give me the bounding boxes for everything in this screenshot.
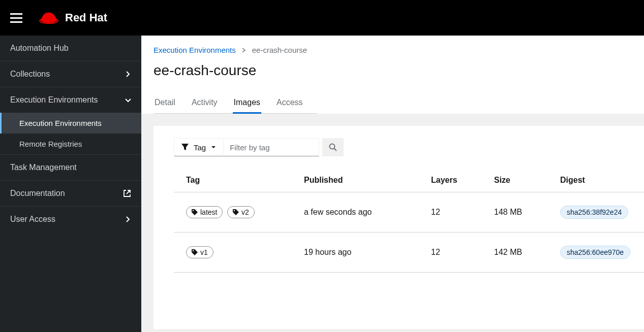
- breadcrumb-current: ee-crash-course: [252, 46, 307, 54]
- images-panel: Tag: [154, 126, 644, 329]
- cell-layers: 12: [421, 192, 484, 233]
- tab-images[interactable]: Images: [233, 93, 261, 114]
- main-content: Execution Environments ee-crash-course e…: [141, 36, 644, 332]
- topbar: Red Hat: [0, 0, 644, 36]
- tag-pill[interactable]: v2: [227, 206, 255, 218]
- page-title: ee-crash-course: [154, 62, 632, 79]
- search-icon: [329, 143, 337, 151]
- digest-pill[interactable]: sha256:60ee970e: [560, 246, 630, 259]
- digest-pill[interactable]: sha256:38f92e24: [560, 206, 628, 219]
- chevron-right-icon: [242, 48, 246, 53]
- tag-icon: [233, 209, 239, 215]
- column-header-published: Published: [294, 169, 421, 192]
- filter-toolbar: Tag: [174, 138, 644, 156]
- sidebar-item-collections[interactable]: Collections: [0, 61, 141, 87]
- sidebar-item-user-access[interactable]: User Access: [0, 206, 141, 232]
- chevron-down-icon: [125, 97, 131, 103]
- breadcrumb-parent-link[interactable]: Execution Environments: [154, 46, 236, 54]
- sidebar-title: Automation Hub: [0, 36, 141, 61]
- cell-digest: sha256:60ee970e: [550, 233, 644, 273]
- cell-layers: 12: [421, 233, 484, 273]
- chevron-right-icon: [125, 71, 131, 77]
- sidebar-item-label: Execution Environments: [10, 95, 98, 105]
- svg-point-6: [193, 250, 194, 251]
- brand-logo: Red Hat: [38, 10, 107, 26]
- column-header-size: Size: [484, 169, 550, 192]
- tab-access[interactable]: Access: [275, 93, 304, 114]
- external-link-icon: [123, 189, 131, 197]
- search-button[interactable]: [322, 138, 344, 156]
- cell-tags: latest v2: [174, 192, 294, 233]
- tag-label: v1: [200, 248, 208, 256]
- sidebar-subitem-label: Execution Environments: [19, 119, 102, 127]
- column-header-tag: Tag: [174, 169, 294, 192]
- caret-down-icon: [211, 145, 216, 150]
- svg-point-5: [234, 210, 235, 211]
- filter-icon: [181, 144, 189, 151]
- sidebar-subitem-label: Remote Registries: [19, 140, 82, 148]
- column-header-layers: Layers: [421, 169, 484, 192]
- tag-label: latest: [200, 208, 217, 216]
- redhat-icon: [38, 10, 60, 26]
- sidebar-item-label: Documentation: [10, 189, 65, 198]
- cell-published: 19 hours ago: [294, 233, 421, 273]
- cell-published: a few seconds ago: [294, 192, 421, 233]
- tag-icon: [192, 209, 198, 215]
- page-header: Execution Environments ee-crash-course e…: [141, 36, 644, 114]
- breadcrumb: Execution Environments ee-crash-course: [154, 46, 632, 54]
- sidebar-item-label: Collections: [10, 70, 50, 79]
- dropdown-label: Tag: [194, 143, 206, 152]
- sidebar-item-task-management[interactable]: Task Management: [0, 154, 141, 180]
- sidebar: Automation Hub Collections Execution Env…: [0, 36, 141, 332]
- tab-activity[interactable]: Activity: [191, 93, 219, 114]
- sidebar-subitem-execution-environments[interactable]: Execution Environments: [0, 113, 141, 134]
- cell-digest: sha256:38f92e24: [550, 192, 644, 233]
- tag-icon: [192, 249, 198, 255]
- table-row: latest v2: [174, 192, 644, 233]
- filter-input[interactable]: [224, 138, 319, 156]
- tag-pill[interactable]: v1: [186, 246, 213, 258]
- sidebar-item-label: Task Management: [10, 163, 77, 172]
- sidebar-item-documentation[interactable]: Documentation: [0, 180, 141, 206]
- tab-detail[interactable]: Detail: [154, 93, 176, 114]
- table-header-row: Tag Published Layers Size Digest: [174, 169, 644, 192]
- sidebar-item-label: User Access: [10, 215, 55, 224]
- images-table: Tag Published Layers Size Digest: [174, 169, 644, 273]
- cell-tags: v1: [174, 233, 294, 273]
- svg-line-3: [334, 149, 337, 151]
- chevron-right-icon: [125, 216, 131, 222]
- table-row: v1 19 hours ago 12 142 MB sha256:60ee970…: [174, 233, 644, 273]
- tabs: Detail Activity Images Access: [154, 93, 317, 114]
- sidebar-item-execution-environments[interactable]: Execution Environments: [0, 87, 141, 113]
- tag-pill[interactable]: latest: [186, 206, 223, 218]
- sidebar-subitem-remote-registries[interactable]: Remote Registries: [0, 134, 141, 154]
- svg-point-4: [193, 210, 194, 211]
- brand-text: Red Hat: [65, 11, 107, 24]
- hamburger-menu-button[interactable]: [10, 12, 22, 24]
- column-header-digest: Digest: [550, 169, 644, 192]
- filter-field-dropdown[interactable]: Tag: [174, 138, 224, 156]
- svg-point-2: [330, 144, 335, 149]
- cell-size: 142 MB: [484, 233, 550, 273]
- cell-size: 148 MB: [484, 192, 550, 233]
- tag-label: v2: [241, 208, 249, 216]
